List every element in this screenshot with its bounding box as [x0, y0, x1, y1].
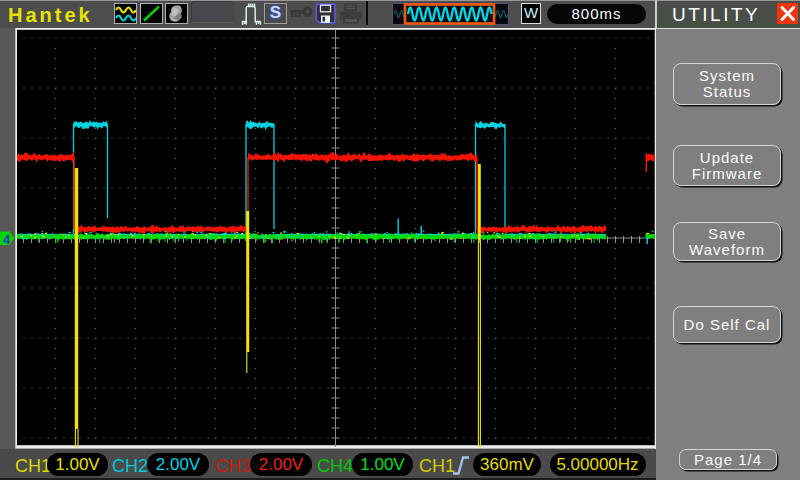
- svg-text:4: 4: [3, 232, 11, 247]
